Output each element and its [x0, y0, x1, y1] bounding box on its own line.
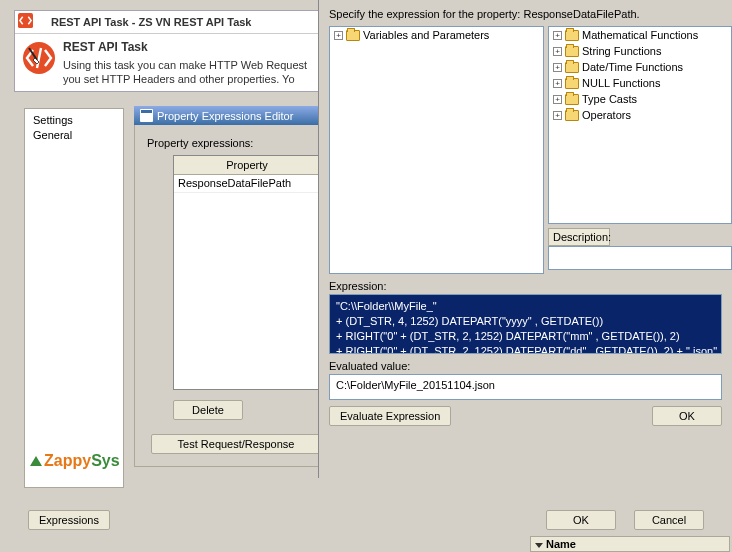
description-box [548, 246, 732, 270]
sort-icon [535, 543, 543, 548]
task-panel: REST API Task - ZS VN REST API Task REST… [14, 10, 326, 92]
folder-icon [565, 30, 579, 41]
builder-ok-button[interactable]: OK [652, 406, 722, 426]
tree-item-operators[interactable]: +Operators [549, 107, 731, 123]
task-description: REST API TaskUsing this task you can mak… [63, 40, 319, 86]
expressions-button[interactable]: Expressions [28, 510, 110, 530]
left-nav: Settings General [24, 108, 124, 488]
property-row[interactable]: ResponseDataFilePath [174, 174, 320, 192]
expand-icon[interactable]: + [553, 111, 562, 120]
code-icon [18, 13, 33, 28]
evaluate-expression-button[interactable]: Evaluate Expression [329, 406, 451, 426]
delete-button[interactable]: Delete [173, 400, 243, 420]
expression-label: Expression: [329, 280, 722, 292]
tree-item-variables[interactable]: + Variables and Parameters [330, 27, 543, 43]
description-label: Description: [548, 228, 610, 246]
expression-textarea[interactable]: "C:\\Folder\\MyFile_" + (DT_STR, 4, 1252… [329, 294, 722, 354]
rest-api-icon [21, 40, 57, 76]
builder-instruction: Specify the expression for the property:… [329, 8, 722, 20]
description-section: Description: [548, 228, 732, 270]
tree-item-string[interactable]: +String Functions [549, 43, 731, 59]
tree-item-datetime[interactable]: +Date/Time Functions [549, 59, 731, 75]
task-heading: REST API Task [63, 40, 319, 56]
folder-icon [565, 62, 579, 73]
folder-icon [565, 78, 579, 89]
zappysys-logo: ZappySys [30, 452, 120, 470]
window-icon [140, 109, 153, 122]
prop-editor-title: Property Expressions Editor [157, 110, 293, 122]
property-expressions-label: Property expressions: [147, 137, 321, 149]
folder-icon [346, 30, 360, 41]
tree-item-typecasts[interactable]: +Type Casts [549, 91, 731, 107]
ok-button[interactable]: OK [546, 510, 616, 530]
name-column-header[interactable]: Name [530, 536, 730, 552]
prop-editor-titlebar: Property Expressions Editor [134, 106, 330, 125]
property-grid[interactable]: Property ResponseDataFilePath [173, 155, 321, 390]
expand-icon[interactable]: + [553, 63, 562, 72]
expand-icon[interactable]: + [553, 79, 562, 88]
task-window-title: REST API Task - ZS VN REST API Task [51, 16, 252, 28]
test-request-button[interactable]: Test Request/Response [151, 434, 321, 454]
expand-icon[interactable]: + [553, 31, 562, 40]
column-header-property[interactable]: Property [174, 156, 320, 174]
nav-item-general[interactable]: General [33, 128, 115, 143]
property-expressions-editor: Property Expressions Editor Property exp… [134, 106, 330, 467]
folder-icon [565, 110, 579, 121]
folder-icon [565, 46, 579, 57]
logo-arrow-icon [30, 456, 42, 466]
folder-icon [565, 94, 579, 105]
variables-tree[interactable]: + Variables and Parameters [329, 26, 544, 274]
dialog-buttons: OK Cancel [546, 510, 704, 530]
expand-icon[interactable]: + [553, 47, 562, 56]
tree-item-math[interactable]: +Mathematical Functions [549, 27, 731, 43]
task-title-bar: REST API Task - ZS VN REST API Task [15, 11, 325, 34]
expand-icon[interactable]: + [553, 95, 562, 104]
svg-rect-3 [141, 110, 152, 113]
evaluated-label: Evaluated value: [329, 360, 722, 372]
cancel-button[interactable]: Cancel [634, 510, 704, 530]
functions-tree[interactable]: +Mathematical Functions +String Function… [548, 26, 732, 224]
evaluated-value: C:\Folder\MyFile_20151104.json [329, 374, 722, 400]
expression-builder: Specify the expression for the property:… [318, 0, 732, 478]
expand-icon[interactable]: + [334, 31, 343, 40]
nav-item-settings[interactable]: Settings [33, 113, 115, 128]
tree-item-null[interactable]: +NULL Functions [549, 75, 731, 91]
